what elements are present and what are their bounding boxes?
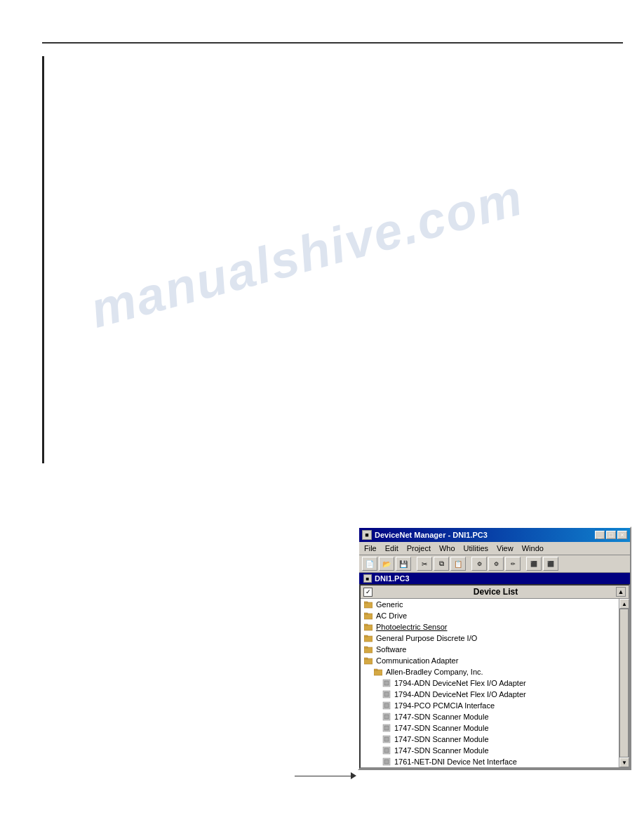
- device-item-1747sdn-1[interactable]: 1747-SDN Scanner Module: [361, 711, 619, 722]
- toolbar-prop3[interactable]: ✏: [505, 557, 521, 571]
- device-icon: [382, 689, 391, 699]
- title-bar-left: ■ DeviceNet Manager - DNI1.PC3: [362, 530, 488, 540]
- toolbar-prop2[interactable]: ⚙: [488, 557, 504, 571]
- menu-window[interactable]: Windo: [520, 543, 546, 553]
- device-icon: [382, 723, 391, 733]
- minimize-button[interactable]: _: [595, 531, 605, 539]
- device-icon: [382, 712, 391, 722]
- app-icon: ■: [362, 530, 372, 540]
- menu-bar: File Edit Project Who Utilities View Win…: [359, 542, 630, 555]
- svg-rect-19: [384, 703, 389, 708]
- device-item-acdrive[interactable]: AC Drive: [361, 610, 619, 621]
- device-item-1747sdn-4[interactable]: 1747-SDN Scanner Module: [361, 745, 619, 756]
- toolbar-paste[interactable]: 📋: [450, 557, 466, 571]
- toolbar-copy[interactable]: ⧉: [434, 557, 449, 571]
- device-item-allenbradley[interactable]: Allen-Bradley Company, Inc.: [361, 666, 619, 677]
- device-list-title: Device List: [375, 587, 616, 597]
- folder-icon: [363, 600, 373, 609]
- menu-view[interactable]: View: [495, 543, 516, 553]
- svg-rect-3: [364, 613, 368, 614]
- toolbar-cut[interactable]: ✂: [417, 557, 432, 571]
- device-icon: [382, 701, 391, 710]
- folder-icon: [363, 622, 373, 632]
- window-title: DeviceNet Manager - DNI1.PC3: [375, 531, 488, 539]
- device-item-comm-adapter[interactable]: Communication Adapter: [361, 655, 619, 666]
- svg-rect-11: [364, 658, 368, 659]
- svg-rect-23: [384, 726, 389, 730]
- device-item-photoelectric[interactable]: Photoelectric Sensor: [361, 621, 619, 633]
- maximize-button[interactable]: □: [606, 531, 616, 539]
- sub-title-text: DNI1.PC3: [375, 574, 410, 583]
- menu-who[interactable]: Who: [437, 543, 457, 553]
- device-item-generic[interactable]: Generic: [361, 599, 619, 610]
- arrow-line: [295, 776, 351, 776]
- toolbar-new[interactable]: 📄: [362, 557, 377, 571]
- toolbar-prop1[interactable]: ⚙: [471, 557, 487, 571]
- svg-rect-25: [384, 737, 389, 741]
- title-bar-buttons[interactable]: _ □ ×: [595, 531, 627, 539]
- device-item-1761netdni[interactable]: 1761-NET-DNI Device Net Interface: [361, 756, 619, 767]
- title-bar: ■ DeviceNet Manager - DNI1.PC3 _ □ ×: [359, 528, 630, 542]
- scroll-down-button[interactable]: ▼: [619, 757, 629, 767]
- device-list-container: ✓ Device List ▲ Generic AC Drive: [359, 584, 630, 769]
- device-icon: [382, 757, 391, 767]
- svg-rect-7: [364, 635, 368, 637]
- menu-edit[interactable]: Edit: [383, 543, 401, 553]
- svg-rect-27: [384, 748, 389, 753]
- svg-rect-21: [384, 715, 389, 719]
- toolbar-save[interactable]: 💾: [396, 557, 411, 571]
- folder-icon: [363, 656, 373, 666]
- arrow-head: [351, 772, 356, 779]
- device-item-1794pco[interactable]: 1794-PCO PCMCIA Interface: [361, 700, 619, 711]
- svg-rect-29: [384, 760, 389, 764]
- device-item-1794adn-1[interactable]: 1794-ADN DeviceNet Flex I/O Adapter: [361, 677, 619, 689]
- menu-project[interactable]: Project: [405, 543, 433, 553]
- svg-rect-5: [364, 624, 368, 626]
- scroll-thumb[interactable]: [619, 609, 629, 757]
- toolbar-open[interactable]: 📂: [379, 557, 394, 571]
- device-item-software[interactable]: Software: [361, 644, 619, 655]
- scrollbar[interactable]: ▲ ▼: [619, 599, 629, 767]
- folder-icon: [373, 667, 383, 677]
- svg-rect-13: [374, 669, 377, 670]
- svg-rect-17: [384, 692, 389, 696]
- device-icon: [382, 746, 391, 755]
- svg-rect-1: [364, 602, 368, 603]
- device-icon: [382, 734, 391, 744]
- device-item-1747sdn-3[interactable]: 1747-SDN Scanner Module: [361, 734, 619, 745]
- sub-title-bar: ■ DNI1.PC3: [359, 573, 630, 584]
- watermark: manualshive.com: [84, 168, 529, 338]
- select-all-checkbox[interactable]: ✓: [363, 588, 373, 597]
- svg-rect-15: [384, 681, 389, 685]
- left-rule: [42, 56, 44, 463]
- toolbar: 📄 📂 💾 ✂ ⧉ 📋 ⚙ ⚙ ✏ ⬛ ⬛: [359, 555, 630, 573]
- folder-icon: [363, 633, 373, 643]
- device-icon: [382, 678, 391, 688]
- scroll-up-button[interactable]: ▲: [619, 599, 629, 609]
- device-item-gpdio[interactable]: General Purpose Discrete I/O: [361, 633, 619, 644]
- toolbar-prop4[interactable]: ⬛: [526, 557, 542, 571]
- folder-icon: [363, 644, 373, 654]
- sub-title-icon: ■: [363, 574, 372, 583]
- svg-rect-9: [364, 647, 368, 648]
- menu-utilities[interactable]: Utilities: [462, 543, 490, 553]
- device-list-wrapper: Generic AC Drive Photoelectric Sensor: [361, 599, 629, 767]
- close-button[interactable]: ×: [617, 531, 627, 539]
- folder-icon: [363, 611, 373, 621]
- top-rule: [42, 42, 623, 44]
- devicenet-window: ■ DeviceNet Manager - DNI1.PC3 _ □ × Fil…: [358, 527, 631, 770]
- arrow: [295, 772, 356, 779]
- scroll-up-header[interactable]: ▲: [616, 587, 626, 597]
- toolbar-prop5[interactable]: ⬛: [543, 557, 558, 571]
- device-item-1747sdn-2[interactable]: 1747-SDN Scanner Module: [361, 722, 619, 734]
- device-list-header: ✓ Device List ▲: [361, 585, 629, 599]
- menu-file[interactable]: File: [362, 543, 379, 553]
- device-item-1794adn-2[interactable]: 1794-ADN DeviceNet Flex I/O Adapter: [361, 689, 619, 700]
- device-list-items: Generic AC Drive Photoelectric Sensor: [361, 599, 619, 767]
